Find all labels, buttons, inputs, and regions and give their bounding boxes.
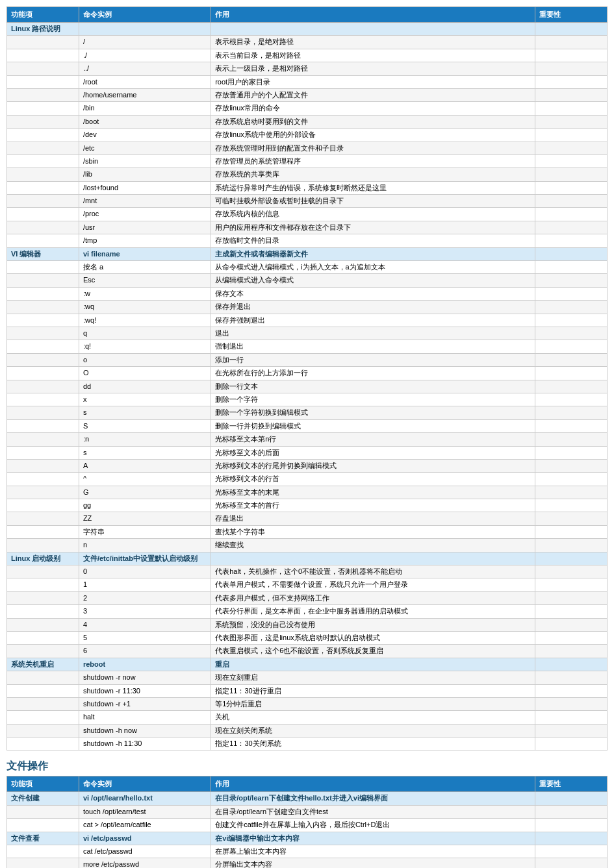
cell-18-0 <box>7 261 79 274</box>
cell-30-1: S <box>79 419 211 432</box>
cell-2-1: cat > /opt/learn/catfile <box>79 819 211 832</box>
cell-41-2: 代表halt，关机操作，这个0不能设置，否则机器将不能启动 <box>211 565 535 578</box>
cell-32-3 <box>535 446 608 459</box>
cell-5-2: 分屏输出文本内容 <box>211 858 535 868</box>
table-file-ops: 功能项 命令实例 作用 重要性 文件创建vi /opt/learn/hello.… <box>6 776 608 868</box>
cell-15-0 <box>7 221 79 234</box>
cell-30-0 <box>7 419 79 432</box>
cell-12-1: /lost+found <box>79 181 211 194</box>
cell-30-2: 删除一行并切换到编辑模式 <box>211 419 535 432</box>
table-row: /dev存放linux系统中使用的外部设备 <box>7 129 608 142</box>
cell-39-0 <box>7 539 79 552</box>
cell-23-0 <box>7 327 79 340</box>
table-row: shutdown -h 11:30指定11：30关闭系统 <box>7 738 608 750</box>
cell-44-2: 代表分行界面，是文本界面，在企业中服务器通用的启动模式 <box>211 605 535 618</box>
cell-22-3 <box>535 314 608 327</box>
cell-46-2: 代表图形界面，这是linux系统启动时默认的启动模式 <box>211 631 535 644</box>
cell-36-1: gg <box>79 499 211 512</box>
cell-50-0 <box>7 684 79 697</box>
cell-24-1: :q! <box>79 340 211 353</box>
table-row: ../表示上一级目录，是相对路径 <box>7 62 608 75</box>
cell-21-2: 保存并退出 <box>211 301 535 314</box>
cell-18-1: 按名 a <box>79 261 211 274</box>
cell-5-3 <box>535 858 608 868</box>
cell-1-2: 表示根目录，是绝对路径 <box>211 36 535 49</box>
table-row: :w保存文本 <box>7 287 608 300</box>
cell-1-2: 在目录/opt/learn下创建空白文件test <box>211 805 535 818</box>
header-imp: 重要性 <box>535 7 608 23</box>
cell-3-3 <box>535 832 608 845</box>
table-row: /usr用户的应用程序和文件都存放在这个目录下 <box>7 221 608 234</box>
cell-41-1: 0 <box>79 565 211 578</box>
cell-43-1: 2 <box>79 591 211 604</box>
cell-48-2: 重启 <box>211 658 535 671</box>
cell-53-3 <box>535 724 608 737</box>
cell-39-2: 继续查找 <box>211 539 535 552</box>
cell-0-1 <box>79 23 211 36</box>
cell-24-0 <box>7 340 79 353</box>
cell-0-2 <box>211 23 535 36</box>
cell-7-0 <box>7 115 79 128</box>
table-row: ./表示当前目录，是相对路径 <box>7 49 608 62</box>
cell-4-0 <box>7 75 79 88</box>
cell-5-1: more /etc/passwd <box>79 858 211 868</box>
cell-13-1: /mnt <box>79 195 211 208</box>
cell-5-2: 存放普通用户的个人配置文件 <box>211 88 535 101</box>
table-row: /tmp存放临时文件的目录 <box>7 234 608 247</box>
cell-4-1: cat /etc/passwd <box>79 845 211 858</box>
table-row: n继续查找 <box>7 539 608 552</box>
cell-25-0 <box>7 353 79 366</box>
cell-29-3 <box>535 406 608 419</box>
section-title-files: 文件操作 <box>6 760 608 773</box>
cell-8-3 <box>535 129 608 142</box>
cell-35-2: 光标移至文本的末尾 <box>211 486 535 499</box>
cell-33-0 <box>7 459 79 472</box>
table-row: :wq!保存并强制退出 <box>7 314 608 327</box>
cell-17-1: vi filename <box>79 247 211 260</box>
cell-3-3 <box>535 62 608 75</box>
table-row: /lost+found系统运行异常时产生的错误，系统修复时断然还是这里 <box>7 181 608 194</box>
cell-4-2: root用户的家目录 <box>211 75 535 88</box>
cell-31-3 <box>535 433 608 446</box>
table-row: /表示根目录，是绝对路径 <box>7 36 608 49</box>
cell-8-0 <box>7 129 79 142</box>
table-row: shutdown -h now现在立刻关闭系统 <box>7 724 608 737</box>
cell-52-1: halt <box>79 711 211 724</box>
cell-19-1: Esc <box>79 274 211 287</box>
cell-29-1: s <box>79 406 211 419</box>
cell-34-0 <box>7 473 79 486</box>
cell-26-2: 在光标所在行的上方添加一行 <box>211 367 535 380</box>
cell-24-2: 强制退出 <box>211 340 535 353</box>
cell-20-2: 保存文本 <box>211 287 535 300</box>
cell-0-2: 在目录/opt/learn下创建文件hello.txt并进入vi编辑界面 <box>211 792 535 805</box>
main-container: 功能项 命令实例 作用 重要性 Linux 路径说明/表示根目录，是绝对路径./… <box>6 6 608 868</box>
table-row: o添加一行 <box>7 353 608 366</box>
cell-17-2: 主成新文件或者编辑器新文件 <box>211 247 535 260</box>
table-row: /mnt可临时挂载外部设备或暂时挂载的目录下 <box>7 195 608 208</box>
cell-6-3 <box>535 102 608 115</box>
cell-43-2: 代表多用户模式，但不支持网络工作 <box>211 591 535 604</box>
header-imp2: 重要性 <box>535 776 608 792</box>
cell-19-2: 从编辑模式进入命令模式 <box>211 274 535 287</box>
cell-48-3 <box>535 658 608 671</box>
cell-11-1: /lib <box>79 168 211 181</box>
cell-2-0 <box>7 49 79 62</box>
category-row: 系统关机重启reboot重启 <box>7 658 608 671</box>
cell-52-2: 关机 <box>211 711 535 724</box>
cell-2-1: ./ <box>79 49 211 62</box>
table-row: :n光标移至文本第n行 <box>7 433 608 446</box>
cell-40-0: Linux 启动级别 <box>7 552 79 565</box>
cell-31-1: :n <box>79 433 211 446</box>
cell-1-1: touch /opt/learn/test <box>79 805 211 818</box>
cell-28-3 <box>535 393 608 406</box>
table-row: G光标移至文本的末尾 <box>7 486 608 499</box>
table-row: S删除一行并切换到编辑模式 <box>7 419 608 432</box>
table-row: :wq保存并退出 <box>7 301 608 314</box>
cell-7-1: /boot <box>79 115 211 128</box>
cell-49-3 <box>535 671 608 684</box>
cell-49-2: 现在立刻重启 <box>211 671 535 684</box>
cell-14-3 <box>535 208 608 221</box>
header-cmd: 命令实例 <box>79 7 211 23</box>
cell-11-0 <box>7 168 79 181</box>
cell-13-2: 可临时挂载外部设备或暂时挂载的目录下 <box>211 195 535 208</box>
